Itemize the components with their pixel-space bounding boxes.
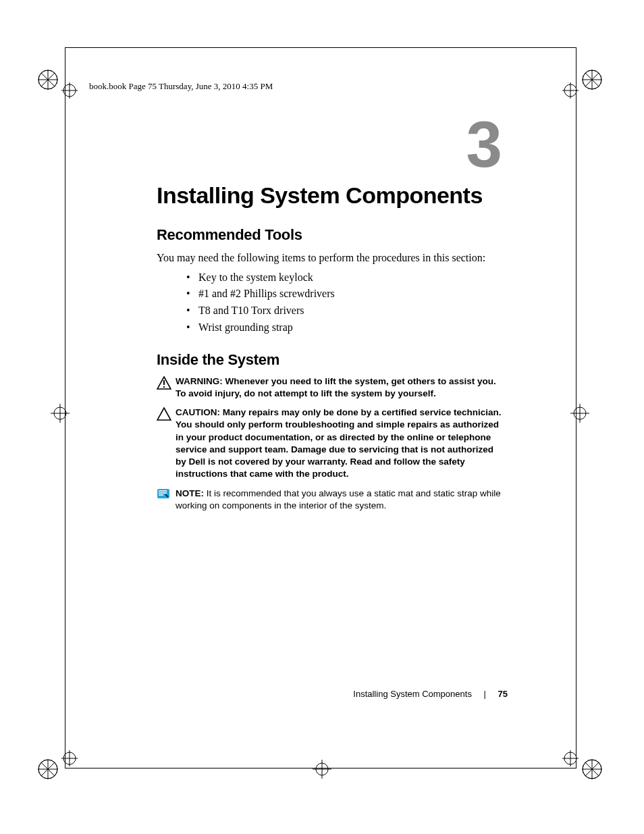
svg-rect-1 [163, 380, 165, 385]
crop-mark-icon [36, 745, 84, 793]
crop-mark-icon [36, 55, 84, 104]
note-body: It is recommended that you always use a … [176, 488, 501, 511]
warning-text: WARNING: Whenever you need to lift the s… [176, 375, 505, 400]
warning-label: WARNING: [176, 376, 223, 386]
tools-intro: You may need the following items to perf… [157, 251, 505, 265]
note-block: NOTE: It is recommended that you always … [157, 488, 505, 512]
note-text: NOTE: It is recommended that you always … [176, 488, 505, 512]
warning-icon [157, 375, 176, 390]
caution-text: CAUTION: Many repairs may only be done b… [176, 407, 505, 480]
crop-mark-icon [298, 745, 346, 793]
chapter-title: Installing System Components [157, 182, 505, 209]
crop-mark-icon [556, 389, 604, 438]
footer-section: Installing System Components [353, 689, 472, 699]
section-heading-tools: Recommended Tools [157, 226, 505, 244]
footer-separator: | [484, 689, 486, 699]
chapter-number: 3 [157, 112, 502, 177]
warning-body: Whenever you need to lift the system, ge… [176, 376, 496, 398]
svg-rect-2 [163, 386, 165, 388]
warning-block: WARNING: Whenever you need to lift the s… [157, 375, 505, 400]
page-number: 75 [498, 689, 508, 699]
svg-marker-3 [157, 408, 171, 420]
caution-body: Many repairs may only be done by a certi… [176, 407, 501, 479]
caution-label: CAUTION: [176, 407, 220, 417]
caution-block: CAUTION: Many repairs may only be done b… [157, 407, 505, 480]
crop-mark-icon [36, 389, 84, 438]
section-heading-inside: Inside the System [157, 351, 505, 369]
caution-icon [157, 407, 176, 421]
note-label: NOTE: [176, 488, 204, 498]
note-icon [157, 488, 176, 500]
tools-list: Key to the system keylock #1 and #2 Phil… [157, 269, 505, 336]
crop-mark-icon [556, 745, 604, 793]
list-item: Key to the system keylock [186, 269, 505, 286]
list-item: #1 and #2 Phillips screwdrivers [186, 286, 505, 303]
running-header: book.book Page 75 Thursday, June 3, 2010… [89, 81, 273, 92]
page-footer: Installing System Components | 75 [353, 689, 508, 699]
list-item: T8 and T10 Torx drivers [186, 303, 505, 319]
list-item: Wrist grounding strap [186, 319, 505, 336]
page-content: 3 Installing System Components Recommend… [157, 119, 505, 519]
crop-mark-icon [556, 55, 604, 104]
